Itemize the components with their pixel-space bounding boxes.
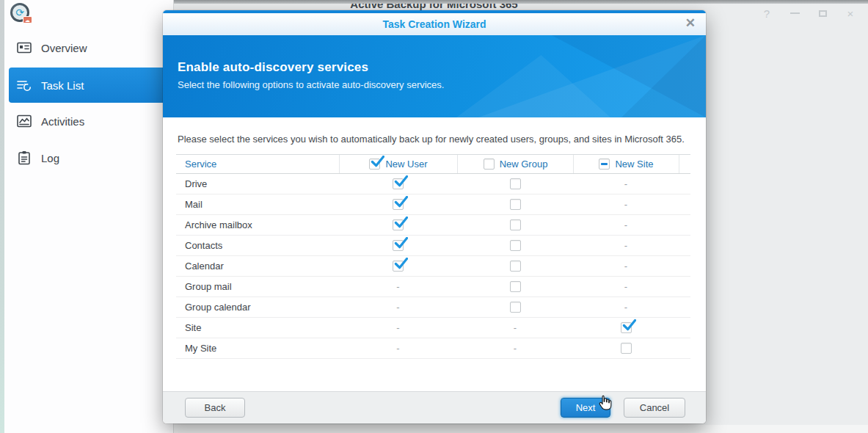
header-checkbox-new_user[interactable]	[369, 159, 380, 170]
table-rows: Drive-Mail-Archive mailbox-Contacts-Cale…	[176, 174, 690, 359]
column-header-service: Service	[176, 155, 339, 173]
header-checkbox-new_site[interactable]	[599, 159, 610, 170]
new_user-cell: -	[339, 343, 457, 354]
table-row: Contacts-	[176, 236, 690, 256]
new_site-cell: -	[573, 219, 679, 230]
maximize-icon[interactable]	[817, 7, 828, 19]
empty-marker: -	[624, 302, 627, 313]
desktop-left-edge	[0, 0, 4, 433]
empty-marker: -	[396, 322, 399, 333]
wizard-step-header: Enable auto-discovery services Select th…	[163, 35, 706, 117]
group-mail-new_group-checkbox[interactable]	[510, 281, 521, 292]
empty-marker: -	[514, 322, 517, 333]
minimize-icon[interactable]	[789, 7, 800, 19]
sidebar-nav: OverviewTask ListActivitiesLog	[4, 37, 173, 169]
table-row: My Site--	[176, 338, 690, 359]
column-label: New Group	[500, 159, 548, 170]
window-close-icon[interactable]: ×	[845, 7, 856, 19]
sidebar-item-label: Task List	[41, 79, 84, 92]
column-label: New User	[385, 159, 427, 170]
cloud-badge-icon: ☁	[23, 16, 32, 23]
mail-new_group-checkbox[interactable]	[510, 199, 521, 210]
group-calendar-new_group-checkbox[interactable]	[510, 302, 521, 313]
new_group-cell	[457, 199, 573, 210]
drive-new_user-checkbox[interactable]	[393, 178, 404, 189]
table-row: Site--	[176, 318, 690, 338]
help-icon[interactable]: ?	[761, 7, 773, 19]
table-header: ServiceNew UserNew GroupNew Site	[176, 154, 690, 174]
sidebar-item-overview[interactable]: Overview	[4, 37, 173, 59]
activities-icon	[16, 114, 32, 128]
new_user-cell	[339, 178, 457, 189]
empty-marker: -	[624, 261, 627, 272]
sidebar-item-label: Activities	[41, 115, 84, 128]
drive-new_group-checkbox[interactable]	[510, 178, 521, 189]
check-icon	[394, 196, 408, 208]
empty-marker: -	[396, 343, 399, 354]
check-icon	[394, 175, 408, 188]
new_site-cell	[573, 322, 679, 333]
check-icon	[622, 319, 636, 332]
new_site-cell: -	[573, 302, 679, 313]
contacts-new_user-checkbox[interactable]	[393, 240, 404, 251]
new_group-cell	[457, 281, 573, 292]
column-header-new_site: New Site	[573, 155, 679, 173]
step-subtitle: Select the following options to activate…	[178, 79, 691, 90]
service-cell: Group mail	[176, 281, 339, 292]
sidebar-item-activities[interactable]: Activities	[4, 110, 173, 132]
window-controls: ? ×	[761, 7, 856, 19]
calendar-new_user-checkbox[interactable]	[393, 261, 404, 272]
empty-marker: -	[624, 240, 627, 251]
new_site-cell: -	[573, 261, 679, 272]
services-table: ServiceNew UserNew GroupNew Site Drive-M…	[176, 154, 690, 359]
my-site-new_site-checkbox[interactable]	[621, 343, 632, 354]
active-backup-app-icon[interactable]: ⟳ ☁	[10, 3, 29, 22]
contacts-new_group-checkbox[interactable]	[510, 240, 521, 251]
new_group-cell: -	[457, 343, 573, 354]
service-cell: Calendar	[176, 261, 339, 272]
site-new_site-checkbox[interactable]	[621, 322, 632, 333]
task-creation-wizard-dialog: Task Creation Wizard ✕ Enable auto-disco…	[163, 10, 706, 423]
next-button[interactable]: Next	[561, 398, 610, 418]
sidebar-item-task-list[interactable]: Task List	[9, 68, 173, 103]
column-label: New Site	[615, 159, 653, 170]
table-row: Mail-	[176, 194, 690, 215]
new_group-cell	[457, 240, 573, 251]
new_user-cell	[339, 261, 457, 272]
sidebar: ⟳ ☁ OverviewTask ListActivitiesLog	[4, 0, 174, 433]
dialog-titlebar: Task Creation Wizard ✕	[163, 13, 706, 35]
dialog-close-icon[interactable]: ✕	[685, 16, 696, 31]
table-row: Group calendar--	[176, 297, 690, 318]
table-row: Archive mailbox-	[176, 215, 690, 236]
column-header-spacer	[679, 155, 690, 173]
table-row: Drive-	[176, 174, 690, 194]
header-checkbox-new_group[interactable]	[484, 159, 495, 170]
description-text: Please select the services you wish to a…	[178, 132, 691, 147]
column-label: Service	[185, 159, 216, 170]
new_user-cell	[339, 219, 457, 230]
archive-mailbox-new_user-checkbox[interactable]	[393, 219, 404, 230]
check-icon	[371, 156, 384, 168]
dialog-footer: Back Next Cancel	[163, 391, 706, 423]
new_group-cell	[457, 302, 573, 313]
empty-marker: -	[396, 281, 399, 292]
new_group-cell	[457, 261, 573, 272]
empty-marker: -	[624, 219, 627, 230]
archive-mailbox-new_group-checkbox[interactable]	[510, 219, 521, 230]
service-cell: Site	[176, 322, 339, 333]
calendar-new_group-checkbox[interactable]	[510, 261, 521, 272]
new_site-cell	[573, 343, 679, 354]
check-icon	[394, 237, 408, 250]
table-row: Calendar-	[176, 256, 690, 277]
new_group-cell	[457, 178, 573, 189]
new_user-cell: -	[339, 322, 457, 333]
mail-new_user-checkbox[interactable]	[393, 199, 404, 210]
sidebar-item-log[interactable]: Log	[4, 147, 173, 169]
cancel-button[interactable]: Cancel	[624, 398, 685, 418]
dialog-body: Please select the services you wish to a…	[163, 117, 706, 391]
back-button[interactable]: Back	[185, 398, 245, 418]
step-title: Enable auto-discovery services	[178, 60, 691, 75]
new_site-cell: -	[573, 178, 679, 189]
new_site-cell: -	[573, 199, 679, 210]
new_user-cell	[339, 199, 457, 210]
